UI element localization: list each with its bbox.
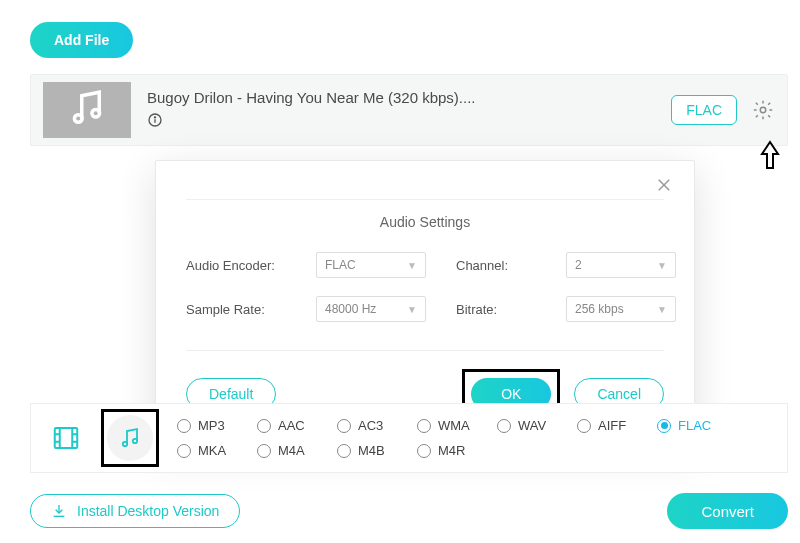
svg-point-16 [133, 439, 137, 443]
format-option-mp3[interactable]: MP3 [177, 418, 257, 433]
select-bitrate[interactable]: 256 kbps▼ [566, 296, 676, 322]
radio-icon [177, 444, 191, 458]
svg-point-4 [154, 117, 155, 118]
format-option-mka[interactable]: MKA [177, 443, 257, 458]
bottom-bar: Install Desktop Version Convert [30, 493, 788, 529]
format-option-ac3[interactable]: AC3 [337, 418, 417, 433]
svg-point-15 [123, 442, 127, 446]
chevron-down-icon: ▼ [657, 260, 667, 271]
select-channel[interactable]: 2▼ [566, 252, 676, 278]
convert-button[interactable]: Convert [667, 493, 788, 529]
radio-icon [497, 419, 511, 433]
label-bitrate: Bitrate: [456, 302, 536, 317]
format-option-aac[interactable]: AAC [257, 418, 337, 433]
value-bitrate: 256 kbps [575, 302, 624, 316]
download-icon [51, 503, 67, 519]
audio-tab-icon[interactable] [107, 415, 153, 461]
select-sample-rate[interactable]: 48000 Hz▼ [316, 296, 426, 322]
chevron-down-icon: ▼ [407, 304, 417, 315]
format-label: AAC [278, 418, 305, 433]
file-thumbnail [43, 82, 131, 138]
format-label: WAV [518, 418, 546, 433]
video-tab-icon[interactable] [43, 415, 89, 461]
radio-icon [257, 444, 271, 458]
value-sample-rate: 48000 Hz [325, 302, 376, 316]
radio-icon [577, 419, 591, 433]
format-option-flac[interactable]: FLAC [657, 418, 737, 433]
svg-point-5 [760, 107, 766, 113]
file-row: Bugoy Drilon - Having You Near Me (320 k… [30, 74, 788, 146]
format-label: M4B [358, 443, 385, 458]
gear-icon[interactable] [751, 98, 775, 122]
radio-icon [257, 419, 271, 433]
format-label: MP3 [198, 418, 225, 433]
music-note-icon [66, 87, 108, 133]
format-label: MKA [198, 443, 226, 458]
radio-icon [337, 419, 351, 433]
radio-icon [417, 419, 431, 433]
format-label: AC3 [358, 418, 383, 433]
svg-rect-8 [55, 428, 78, 448]
svg-point-0 [74, 115, 82, 123]
label-channel: Channel: [456, 258, 536, 273]
radio-icon [417, 444, 431, 458]
divider [186, 350, 664, 351]
select-audio-encoder[interactable]: FLAC▼ [316, 252, 426, 278]
label-sample-rate: Sample Rate: [186, 302, 286, 317]
format-label: M4R [438, 443, 465, 458]
chevron-down-icon: ▼ [407, 260, 417, 271]
value-audio-encoder: FLAC [325, 258, 356, 272]
format-label: FLAC [678, 418, 711, 433]
modal-title: Audio Settings [186, 199, 664, 230]
format-label: M4A [278, 443, 305, 458]
install-desktop-label: Install Desktop Version [77, 503, 219, 519]
radio-icon [657, 419, 671, 433]
file-title: Bugoy Drilon - Having You Near Me (320 k… [147, 89, 671, 106]
format-option-aiff[interactable]: AIFF [577, 418, 657, 433]
format-option-m4b[interactable]: M4B [337, 443, 417, 458]
add-file-button[interactable]: Add File [30, 22, 133, 58]
label-audio-encoder: Audio Encoder: [186, 258, 286, 273]
format-option-m4r[interactable]: M4R [417, 443, 497, 458]
annotation-highlight-audio-tab [101, 409, 159, 467]
value-channel: 2 [575, 258, 582, 272]
close-icon[interactable] [652, 173, 676, 197]
radio-icon [337, 444, 351, 458]
format-option-m4a[interactable]: M4A [257, 443, 337, 458]
file-info: Bugoy Drilon - Having You Near Me (320 k… [147, 89, 671, 131]
svg-point-1 [92, 109, 100, 117]
radio-icon [177, 419, 191, 433]
format-option-wma[interactable]: WMA [417, 418, 497, 433]
format-bar: MP3AACAC3WMAWAVAIFFFLACMKAM4AM4BM4R [30, 403, 788, 473]
format-label: WMA [438, 418, 470, 433]
output-format-badge[interactable]: FLAC [671, 95, 737, 125]
install-desktop-button[interactable]: Install Desktop Version [30, 494, 240, 528]
chevron-down-icon: ▼ [657, 304, 667, 315]
format-options: MP3AACAC3WMAWAVAIFFFLACMKAM4AM4BM4R [177, 418, 737, 458]
info-icon[interactable] [147, 112, 671, 131]
format-option-wav[interactable]: WAV [497, 418, 577, 433]
format-label: AIFF [598, 418, 626, 433]
annotation-arrow-icon [758, 140, 782, 174]
